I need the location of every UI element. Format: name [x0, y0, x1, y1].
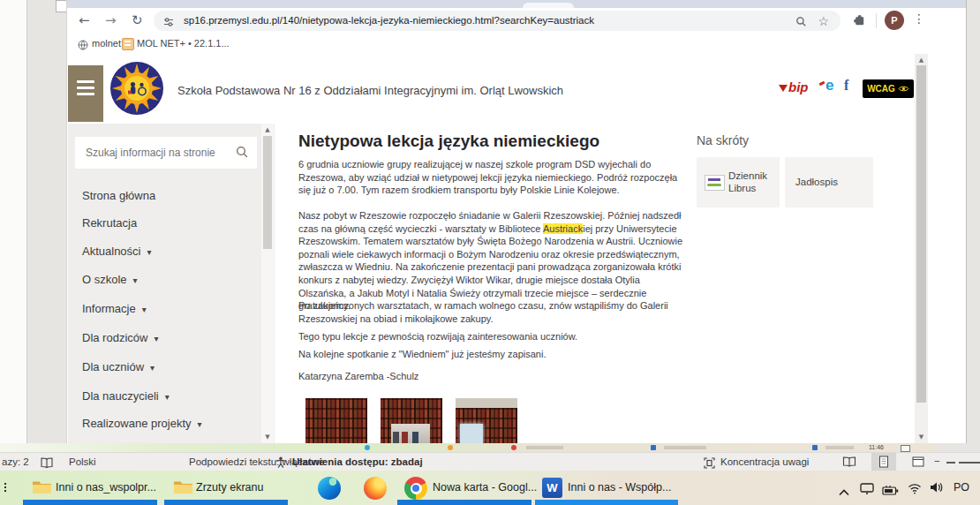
chevron-down-icon [165, 392, 170, 402]
scroll-up-icon[interactable]: ▲ [261, 126, 274, 133]
globe-icon [78, 38, 88, 54]
folder-icon[interactable] [173, 479, 193, 499]
article-photo[interactable] [305, 398, 367, 443]
zoom-magnifier-icon[interactable] [795, 15, 807, 31]
chrome-icon[interactable] [404, 477, 427, 500]
facebook-link[interactable]: f [844, 78, 848, 94]
strip-app-icon [651, 445, 656, 450]
strip-show-desktop [901, 445, 910, 452]
extensions-icon[interactable] [853, 14, 866, 31]
strip-text-smudge [825, 446, 854, 449]
photo-ceiling [456, 398, 517, 408]
search-input[interactable] [75, 137, 257, 169]
sidebar-item-dla-uczniow[interactable]: Dla uczniów [82, 360, 155, 376]
site-search[interactable] [75, 137, 257, 169]
menu-kebab-icon[interactable] [913, 11, 925, 26]
print-layout-button[interactable] [871, 453, 896, 471]
article-paragraph: Tego typu lekcje z pewnością rozwijają z… [298, 330, 687, 343]
folder-icon[interactable] [32, 479, 52, 499]
browser-toolbar: sp16.przemysl.edu.pl/140/nietypowa-lekcj… [67, 8, 966, 34]
strip-clock: 11:46 [869, 444, 884, 450]
taskbar-open-indicator [164, 500, 288, 505]
article-paragraph: Po zakończonych warsztatach, w ramach wo… [298, 299, 687, 325]
forward-icon[interactable] [105, 12, 117, 28]
bookmark-item[interactable]: molnet [92, 38, 121, 49]
accessibility-status[interactable]: Ułatwienia dostępu: zbadaj [292, 456, 423, 467]
back-icon[interactable] [79, 12, 90, 28]
address-bar[interactable]: sp16.przemysl.edu.pl/140/nietypowa-lekcj… [154, 11, 841, 31]
article-photo[interactable] [381, 398, 442, 443]
strip-chrome-icon [511, 445, 516, 450]
language-status[interactable]: Polski [69, 456, 96, 467]
sidebar-item-strona-glowna[interactable]: Strona główna [82, 189, 155, 205]
scroll-down-icon[interactable]: ▼ [261, 433, 274, 441]
menu-hamburger-button[interactable] [68, 65, 103, 122]
sidebar-item-dla-nauczycieli[interactable]: Dla nauczycieli [82, 389, 170, 405]
article-photo[interactable] [456, 398, 517, 443]
scrollbar-thumb[interactable] [916, 65, 926, 403]
search-icon[interactable] [236, 146, 249, 159]
chevron-down-icon [142, 305, 147, 314]
epuap-icon [819, 81, 825, 86]
sidebar-item-rekrutacja[interactable]: Rekrutacja [82, 216, 137, 232]
sidebar-item-o-szkole[interactable]: O szkole [82, 273, 138, 289]
zoom-slider-handle[interactable] [946, 462, 955, 464]
tray-cast-icon[interactable] [860, 482, 874, 498]
word-icon[interactable]: W [542, 478, 562, 498]
sidebar-item-informacje[interactable]: Informacje [82, 302, 147, 318]
wcag-button[interactable]: WCAG [863, 79, 914, 98]
bookmarks-bar: molnet MOL NET+ • 22.1.1... [67, 34, 966, 55]
taskbar-open-indicator [23, 500, 157, 505]
edge-icon[interactable] [318, 477, 341, 500]
page-scrollbar[interactable]: ▲ ▼ [915, 54, 928, 443]
bookmark-star-icon[interactable] [818, 13, 829, 29]
bookmark-item[interactable]: MOL NET+ • 22.1.1... [137, 38, 230, 49]
zoom-out-button[interactable]: − [934, 456, 940, 466]
search-highlight: Austriack [543, 223, 583, 234]
scroll-up-icon[interactable]: ▲ [915, 57, 928, 64]
photo-screen [460, 424, 483, 443]
browser-tab-strip [67, 0, 966, 8]
word-count[interactable]: azy: 2 [2, 456, 29, 467]
school-logo [109, 61, 164, 119]
tray-language-indicator[interactable]: PO [954, 481, 969, 494]
eye-icon [898, 85, 909, 93]
site-settings-icon[interactable] [163, 15, 174, 31]
chevron-down-icon [154, 334, 158, 343]
tray-volume-icon[interactable] [930, 481, 943, 497]
sidebar-item-realizowane-projekty[interactable]: Realizowane projekty [82, 417, 202, 433]
url-text[interactable]: sp16.przemysl.edu.pl/140/nietypowa-lekcj… [184, 15, 594, 26]
article-title: Nietypowa lekcja języka niemieckiego [298, 132, 599, 151]
taskbar-folder-button[interactable]: Inni o nas_wspolpr... [56, 481, 156, 494]
molnet-favicon [122, 38, 134, 50]
read-mode-button[interactable] [837, 453, 862, 471]
tray-wifi-icon[interactable] [908, 482, 922, 498]
sidebar-item-dla-rodzicow[interactable]: Dla rodziców [82, 331, 158, 347]
taskbar-word-button[interactable]: Inni o nas - Współp... [568, 481, 671, 494]
strip-firefox-icon [448, 445, 453, 450]
taskbar-chrome-button[interactable]: Nowa karta - Googl... [433, 481, 537, 494]
shortcut-dziennik-librus[interactable]: Dziennik Librus [697, 157, 780, 207]
background-document-strip: 11:46 [0, 443, 938, 452]
shortcut-jadlospis[interactable]: Jadłospis [785, 157, 873, 207]
librus-logo [705, 175, 725, 191]
reload-icon[interactable] [132, 12, 143, 28]
scrollbar-thumb[interactable] [263, 136, 272, 249]
article-paragraph: Nasz pobyt w Rzeszowie rozpoczęło śniada… [298, 209, 687, 313]
scroll-down-icon[interactable]: ▼ [915, 433, 928, 441]
focus-mode-button[interactable]: Koncentracja uwagi [720, 456, 809, 467]
tray-chevron-up-icon[interactable] [839, 484, 849, 500]
zoom-slider-track[interactable] [959, 462, 980, 464]
firefox-icon[interactable] [364, 477, 387, 500]
profile-avatar[interactable]: P [885, 11, 904, 30]
background-window-edge [0, 0, 27, 443]
browser-window: sp16.przemysl.edu.pl/140/nietypowa-lekcj… [66, 0, 967, 443]
strip-edge-icon [365, 445, 370, 450]
sidebar-item-aktualnosci[interactable]: Aktualności [82, 245, 152, 260]
web-layout-button[interactable] [906, 453, 931, 471]
taskbar-folder-button[interactable]: Zrzuty ekranu [196, 481, 263, 494]
bip-link[interactable]: bip [779, 79, 809, 94]
sidebar-scrollbar[interactable]: ▲ ▼ [261, 124, 274, 443]
tray-battery-icon[interactable] [882, 483, 899, 499]
epuap-link[interactable]: e [819, 77, 833, 94]
